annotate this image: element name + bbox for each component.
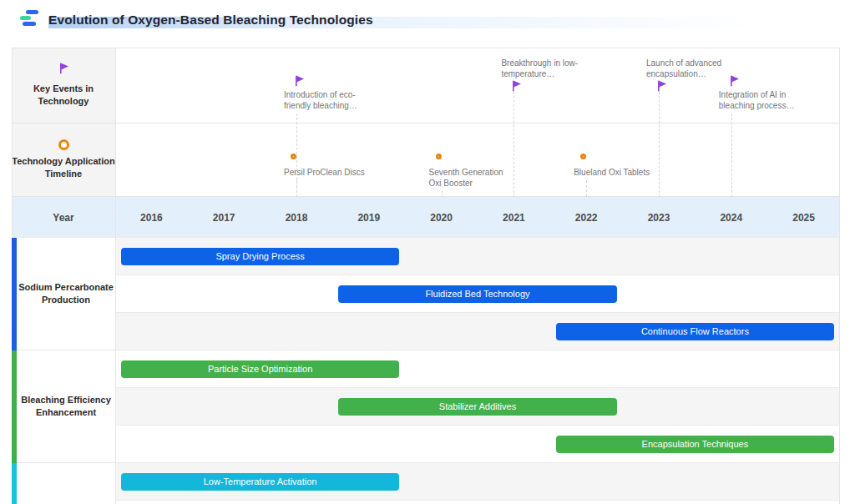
text-line: Introduction of eco- <box>284 89 357 100</box>
milestone-label: Introduction of eco-friendly bleaching… <box>284 89 357 111</box>
year-tick-label: 2022 <box>575 212 598 224</box>
chart-canvas: Evolution of Oxygen-Based Bleaching Tech… <box>0 0 855 504</box>
ring-icon <box>58 139 69 150</box>
section-label-cell: Bleaching EfficiencyEnhancement <box>17 350 115 463</box>
year-tick: 2025 <box>767 197 840 238</box>
text-line: Blueland Oxi Tablets <box>574 167 650 178</box>
text-line: temperature… <box>501 68 578 79</box>
year-tick: 2019 <box>332 197 405 238</box>
year-tick-label: 2020 <box>430 212 453 224</box>
text-line: Production <box>18 294 114 306</box>
gantt-row <box>115 501 840 504</box>
milestone-guide-line <box>514 92 514 197</box>
year-tick-label: 2019 <box>357 212 380 224</box>
text-line: Oxi Booster <box>429 178 503 189</box>
year-tick: 2021 <box>478 197 550 238</box>
text-line: friendly bleaching… <box>284 100 357 111</box>
grid-right-border <box>839 48 840 504</box>
row-header-label: Key Events inTechnology <box>33 83 94 108</box>
year-tick: 2020 <box>405 197 478 238</box>
logo-bar-top <box>26 10 38 14</box>
year-tick: 2016 <box>115 197 188 238</box>
flag-icon <box>58 63 69 78</box>
text-line: bleaching process… <box>719 100 795 111</box>
year-axis-title: Year <box>12 197 115 238</box>
flag-marker <box>729 75 740 90</box>
grid-column-divider <box>115 48 116 504</box>
milestone-label: Integration of AI inbleaching process… <box>719 89 795 111</box>
year-tick: 2022 <box>550 197 623 238</box>
task-bar: Spray Drying Process <box>121 248 399 265</box>
text-line: Launch of advanced <box>646 58 721 68</box>
text-line: Technology Application <box>12 155 114 168</box>
year-tick-label: 2023 <box>648 212 670 224</box>
text-line: Integration of AI in <box>719 89 795 100</box>
text-line: Timeline <box>12 168 114 180</box>
text-line: Key Events in <box>33 83 94 95</box>
year-tick-label: 2025 <box>792 212 815 224</box>
page-title: Evolution of Oxygen-Based Bleaching Tech… <box>48 13 373 27</box>
milestone-guide-line <box>659 92 660 197</box>
logo-bar-bottom <box>23 22 36 26</box>
year-tick-label: 2021 <box>503 212 525 224</box>
title-box: Evolution of Oxygen-Based Bleaching Tech… <box>48 8 373 33</box>
task-bar: Low-Temperature Activation <box>121 473 399 491</box>
row-header-cell: Technology ApplicationTimeline <box>12 123 115 197</box>
year-tick-label: 2016 <box>140 212 163 224</box>
task-bar: Continuous Flow Reactors <box>556 323 834 340</box>
milestone-guide-line <box>731 113 732 197</box>
task-bar: Stabilizer Additives <box>338 398 616 416</box>
year-tick-label: 2018 <box>286 212 308 224</box>
text-line: encapsulation… <box>646 68 721 79</box>
year-tick-label: 2024 <box>720 212 742 224</box>
year-axis-label: Year <box>53 212 73 224</box>
section-label: Bleaching EfficiencyEnhancement <box>21 394 111 419</box>
task-bar: Encapsulation Techniques <box>556 436 834 453</box>
flag-marker <box>294 75 305 90</box>
logo-bar-middle <box>20 16 31 20</box>
year-tick: 2024 <box>695 197 767 238</box>
milestone-guide-line <box>442 191 443 197</box>
section-label-cell: Sodium PercarbonateProduction <box>17 238 115 350</box>
row-header-cell: Key Events inTechnology <box>12 48 115 123</box>
milestone-label: Persil ProClean Discs <box>284 167 365 178</box>
text-line: Breakthrough in low- <box>501 58 578 68</box>
text-line: Enhancement <box>21 406 111 419</box>
chart-header: Evolution of Oxygen-Based Bleaching Tech… <box>0 0 855 48</box>
grid-top-border <box>12 48 840 48</box>
flag-marker <box>656 80 667 95</box>
ring-marker <box>580 154 586 159</box>
text-line: Bleaching Efficiency <box>21 394 111 406</box>
year-tick: 2017 <box>188 197 261 238</box>
task-bar: Particle Size Optimization <box>121 360 399 378</box>
year-tick-label: 2017 <box>213 212 235 224</box>
milestone-guide-line <box>296 180 297 197</box>
section-label-cell <box>17 463 115 504</box>
flag-marker <box>511 80 522 95</box>
brand-logo-icon <box>20 10 38 26</box>
text-line: Sodium Percarbonate <box>18 281 114 294</box>
milestone-label: Blueland Oxi Tablets <box>574 167 650 178</box>
section-label: Sodium PercarbonateProduction <box>18 281 114 306</box>
milestone-label: Launch of advancedencapsulation… <box>646 58 721 79</box>
text-line: Seventh Generation <box>429 167 503 178</box>
text-line: Persil ProClean Discs <box>284 167 365 178</box>
milestone-label: Seventh GenerationOxi Booster <box>429 167 503 189</box>
milestone-guide-line <box>586 180 587 197</box>
ring-marker <box>291 154 296 159</box>
milestone-label: Breakthrough in low-temperature… <box>501 58 578 79</box>
year-tick: 2018 <box>261 197 333 238</box>
ring-marker <box>436 154 442 159</box>
text-line: Technology <box>33 95 94 108</box>
gantt-timeline-chart: Key Events inTechnologyTechnology Applic… <box>12 48 840 504</box>
grid-left-border <box>12 48 13 238</box>
row-header-label: Technology ApplicationTimeline <box>12 155 114 180</box>
year-tick: 2023 <box>623 197 696 238</box>
task-bar: Fluidized Bed Technology <box>338 285 616 303</box>
